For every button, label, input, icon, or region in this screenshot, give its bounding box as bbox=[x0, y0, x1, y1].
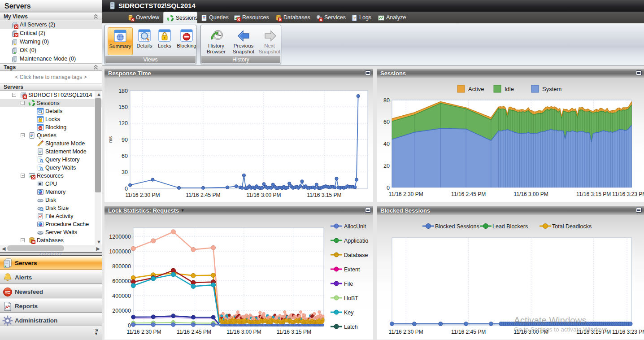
svg-text:11/16 3:00 PM: 11/16 3:00 PM bbox=[514, 191, 548, 197]
svg-text:180: 180 bbox=[118, 88, 128, 94]
svg-text:60: 60 bbox=[383, 119, 390, 125]
svg-text:90: 90 bbox=[122, 137, 128, 143]
svg-text:Lead Blockers: Lead Blockers bbox=[492, 223, 528, 230]
svg-text:?: ? bbox=[354, 16, 356, 20]
svg-text:11/16 2:30 PM: 11/16 2:30 PM bbox=[389, 191, 423, 197]
svg-text:Idle: Idle bbox=[505, 86, 514, 92]
svg-text:11/16 2:30 PM: 11/16 2:30 PM bbox=[126, 329, 161, 335]
svg-text:80: 80 bbox=[383, 97, 390, 104]
svg-text:Database: Database bbox=[344, 252, 368, 258]
svg-text:11/16 2:45 PM: 11/16 2:45 PM bbox=[451, 191, 486, 197]
svg-text:11/16 2:30 PM: 11/16 2:30 PM bbox=[389, 329, 423, 335]
svg-text:0: 0 bbox=[387, 185, 390, 191]
svg-text:11/16 3:23 PM: 11/16 3:23 PM bbox=[612, 191, 644, 197]
svg-text:AllocUnit: AllocUnit bbox=[344, 223, 366, 230]
svg-text:11/16 2:45 PM: 11/16 2:45 PM bbox=[177, 329, 211, 335]
svg-text:30: 30 bbox=[122, 169, 128, 175]
svg-text:40: 40 bbox=[383, 141, 390, 147]
svg-text:600000: 600000 bbox=[112, 278, 131, 284]
svg-text:0: 0 bbox=[128, 323, 131, 329]
svg-text:11/16 2:45 PM: 11/16 2:45 PM bbox=[186, 192, 220, 198]
svg-text:11/16 2:30 PM: 11/16 2:30 PM bbox=[125, 192, 160, 198]
svg-text:ms: ms bbox=[108, 136, 113, 143]
svg-text:11/16 2:45 PM: 11/16 2:45 PM bbox=[451, 329, 486, 335]
svg-text:800000: 800000 bbox=[112, 263, 131, 270]
svg-text:11/16 3:23 PM: 11/16 3:23 PM bbox=[612, 329, 644, 335]
svg-text:11/16 3:15 PM: 11/16 3:15 PM bbox=[277, 329, 311, 335]
svg-text:File: File bbox=[344, 281, 353, 287]
svg-text:20: 20 bbox=[383, 163, 390, 169]
svg-text:1000000: 1000000 bbox=[109, 248, 131, 255]
svg-text:11/16 3:00 PM: 11/16 3:00 PM bbox=[246, 192, 281, 198]
svg-text:400000: 400000 bbox=[112, 293, 131, 299]
svg-text:HoBT: HoBT bbox=[344, 295, 358, 301]
svg-text:11/16 3:15 PM: 11/16 3:15 PM bbox=[307, 192, 341, 198]
svg-text:Key: Key bbox=[344, 309, 354, 316]
svg-text:Total Deadlocks: Total Deadlocks bbox=[552, 223, 592, 230]
svg-text:Extent: Extent bbox=[344, 266, 360, 273]
svg-text:60: 60 bbox=[122, 153, 128, 159]
svg-text:11/16 3:15 PM: 11/16 3:15 PM bbox=[576, 191, 611, 197]
svg-text:Applicatio: Applicatio bbox=[344, 238, 368, 244]
svg-text:Latch: Latch bbox=[344, 324, 358, 330]
svg-text:120: 120 bbox=[118, 120, 128, 126]
svg-text:Active: Active bbox=[468, 86, 484, 92]
svg-text:0: 0 bbox=[125, 186, 128, 192]
svg-text:Blocked Sessions: Blocked Sessions bbox=[435, 223, 479, 230]
svg-text:200000: 200000 bbox=[112, 308, 131, 314]
svg-text:System: System bbox=[542, 86, 561, 92]
svg-text:150: 150 bbox=[118, 104, 128, 110]
svg-text:11/16 3:00 PM: 11/16 3:00 PM bbox=[226, 329, 261, 335]
svg-text:1200000: 1200000 bbox=[109, 234, 131, 240]
